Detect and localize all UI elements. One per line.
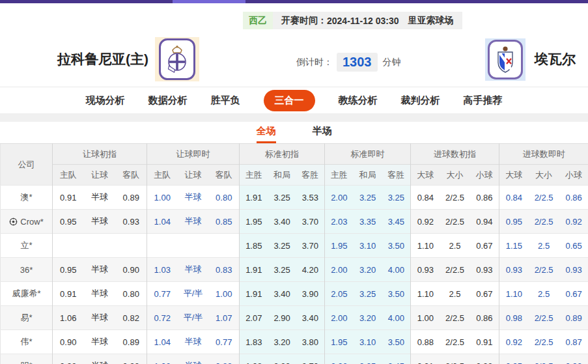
odds-cell: 3.70 xyxy=(296,210,325,234)
odds-cell: 3.25 xyxy=(268,234,296,258)
odds-cell: 0.95 xyxy=(53,258,84,282)
company-cell[interactable]: 36* xyxy=(1,258,53,282)
group-header-1: 让球即时 xyxy=(147,144,240,165)
odds-cell: 半球 xyxy=(178,354,209,364)
nav-tab-0[interactable]: 现场分析 xyxy=(86,94,125,107)
sub-header-2-2: 客胜 xyxy=(296,165,325,186)
odds-cell: 半球 xyxy=(84,282,116,306)
home-team-name: 拉科鲁尼亚(主) xyxy=(57,50,148,68)
odds-cell: 2.00 xyxy=(325,186,354,210)
odds-cell: 3.25 xyxy=(354,282,382,306)
odds-cell: 0.80 xyxy=(209,186,240,210)
odds-cell xyxy=(53,234,84,258)
odds-cell: 2.5 xyxy=(440,282,470,306)
period-tab-0[interactable]: 全场 xyxy=(257,125,276,143)
odds-cell: 2.06 xyxy=(325,354,354,364)
odds-cell: 0.93 xyxy=(559,258,588,282)
odds-cell: 半球 xyxy=(178,330,209,354)
odds-cell: 3.45 xyxy=(382,354,411,364)
group-header-3: 标准即时 xyxy=(325,144,411,165)
odds-cell: 4.20 xyxy=(296,258,325,282)
nav-tab-5[interactable]: 裁判分析 xyxy=(401,94,440,107)
group-header-2: 标准初指 xyxy=(240,144,325,165)
sub-header-5-0: 大球 xyxy=(499,165,529,186)
odds-cell: 0.86 xyxy=(470,306,499,330)
odds-cell xyxy=(116,234,147,258)
sub-header-0-1: 让球 xyxy=(84,165,116,186)
odds-cell: 0.95 xyxy=(53,210,84,234)
odds-cell: 1.04 xyxy=(147,330,178,354)
match-header: 西乙 开赛时间：2024-11-12 03:30里亚索球场 拉科鲁尼亚(主) 倒… xyxy=(0,3,588,87)
table-row: 易*1.06半球0.820.72平/半1.072.072.903.402.003… xyxy=(1,306,588,330)
nav-tab-6[interactable]: 高手推荐 xyxy=(464,94,503,107)
home-team-logo xyxy=(155,37,199,81)
countdown-unit: 分钟 xyxy=(383,57,401,68)
odds-cell: 平/半 xyxy=(178,306,209,330)
sub-header-0-2: 客队 xyxy=(116,165,147,186)
odds-cell: 0.93 xyxy=(116,210,147,234)
odds-cell: 1.15 xyxy=(499,234,529,258)
nav-tab-3[interactable]: 三合一 xyxy=(264,90,315,111)
odds-cell: 1.06 xyxy=(147,354,178,364)
odds-cell: 半球 xyxy=(84,210,116,234)
odds-cell: 2/2.5 xyxy=(529,330,559,354)
odds-cell: 0.91 xyxy=(53,282,84,306)
odds-cell: 0.84 xyxy=(499,186,529,210)
odds-cell: 4.00 xyxy=(382,306,411,330)
company-cell[interactable]: Crow* xyxy=(1,210,53,234)
odds-cell: 1.95 xyxy=(240,210,268,234)
group-header-5: 进球数即时 xyxy=(499,144,588,165)
odds-cell: 0.77 xyxy=(147,282,178,306)
table-row: 伟*0.90半球0.891.04半球0.771.833.203.801.953.… xyxy=(1,330,588,354)
odds-cell: 3.80 xyxy=(296,330,325,354)
nav-tab-2[interactable]: 胜平负 xyxy=(211,94,240,107)
company-cell[interactable]: 易* xyxy=(1,306,53,330)
odds-cell: 2/2.5 xyxy=(529,354,559,364)
company-cell[interactable]: 明* xyxy=(1,354,53,364)
odds-cell: 半球 xyxy=(84,354,116,364)
odds-cell: 2/2.5 xyxy=(529,186,559,210)
sub-header-3-1: 和局 xyxy=(354,165,382,186)
company-cell[interactable]: 威廉希* xyxy=(1,282,53,306)
odds-cell: 0.93 xyxy=(116,354,147,364)
odds-cell: 0.93 xyxy=(470,258,499,282)
sub-header-5-1: 大小 xyxy=(529,165,559,186)
odds-cell: 0.82 xyxy=(116,306,147,330)
odds-cell: 半球 xyxy=(178,258,209,282)
odds-cell: 1.10 xyxy=(411,234,440,258)
company-cell[interactable]: 澳* xyxy=(1,186,53,210)
odds-cell: 1.91 xyxy=(240,258,268,282)
odds-cell: 2/2.5 xyxy=(529,258,559,282)
away-team-name: 埃瓦尔 xyxy=(535,50,576,68)
odds-cell: 0.86 xyxy=(559,186,588,210)
odds-cell: 2.07 xyxy=(240,306,268,330)
odds-cell: 0.88 xyxy=(411,330,440,354)
odds-cell xyxy=(178,234,209,258)
odds-cell: 1.07 xyxy=(209,306,240,330)
table-row: Crow*0.95半球0.931.04半球0.851.953.403.702.0… xyxy=(1,210,588,234)
table-row: 36*0.95半球0.901.03半球0.831.913.254.202.003… xyxy=(1,258,588,282)
odds-cell xyxy=(147,234,178,258)
odds-cell: 0.92 xyxy=(559,210,588,234)
odds-cell: 0.89 xyxy=(116,186,147,210)
odds-cell: 0.93 xyxy=(470,354,499,364)
odds-cell: 0.93 xyxy=(411,258,440,282)
company-cell[interactable]: 伟* xyxy=(1,330,53,354)
nav-tab-4[interactable]: 教练分析 xyxy=(339,94,378,107)
odds-cell xyxy=(84,234,116,258)
odds-cell: 2.03 xyxy=(325,210,354,234)
odds-cell: 0.98 xyxy=(499,306,529,330)
odds-cell: 1.00 xyxy=(147,186,178,210)
odds-cell: 3.20 xyxy=(354,306,382,330)
company-cell[interactable]: 立* xyxy=(1,234,53,258)
odds-cell: 3.40 xyxy=(268,210,296,234)
odds-cell: 2/2.5 xyxy=(440,306,470,330)
venue: 里亚索球场 xyxy=(408,15,454,27)
period-tab-1[interactable]: 半场 xyxy=(313,125,332,143)
odds-cell: 0.95 xyxy=(499,210,529,234)
odds-cell: 3.25 xyxy=(354,186,382,210)
nav-tab-1[interactable]: 数据分析 xyxy=(148,94,188,107)
sub-header-2-1: 和局 xyxy=(268,165,296,186)
odds-cell: 3.53 xyxy=(296,186,325,210)
odds-cell: 平/半 xyxy=(178,282,209,306)
